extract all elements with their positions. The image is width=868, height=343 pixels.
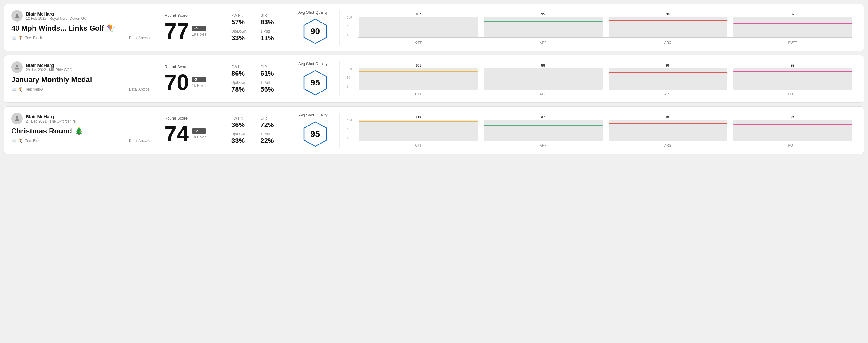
- weather-icon: ☁️: [11, 87, 17, 92]
- tee-info: ☁️ 🏌 Tee: Blue: [11, 138, 40, 143]
- chart-column-ott: 101 OTT: [359, 64, 477, 96]
- person-icon: [14, 115, 20, 122]
- bar-line: [484, 125, 602, 126]
- bar-value-putt: 99: [791, 64, 795, 67]
- weather-icon: ☁️: [11, 36, 17, 40]
- chart-column-app: 86 APP: [484, 64, 602, 96]
- chart-column-putt: 82 PUTT: [733, 12, 852, 44]
- score-row: 70 -2 18 Holes: [164, 71, 216, 93]
- big-score: 77: [164, 20, 189, 42]
- user-info: Blair McHarg 12 Feb 2022 · Royal North D…: [26, 11, 87, 21]
- card-left-section: Blair McHarg 29 Jan 2022 · Mill Ride GCC…: [11, 61, 157, 96]
- bar-wrapper: [609, 68, 727, 90]
- up-down-stat: Up/Down 33%: [231, 29, 254, 42]
- chart-column-arg: 96 ARG: [609, 64, 727, 96]
- fw-hit-stat: FW Hit 57%: [231, 13, 254, 26]
- chart-column-app: 95 APP: [484, 12, 602, 44]
- bar-label: PUTT: [788, 92, 797, 96]
- gir-stat: GIR 61%: [260, 65, 284, 77]
- y-bottom: 0: [347, 136, 352, 140]
- bar-bg: [484, 68, 602, 90]
- y-top: 100: [347, 16, 352, 19]
- bar-line: [733, 23, 852, 24]
- y-axis-labels: 100 50 0: [347, 119, 352, 140]
- stats-grid: FW Hit 57% GIR 83% Up/Down 33% 1 Putt 11…: [231, 13, 283, 42]
- person-icon: [14, 12, 20, 19]
- y-bottom: 0: [347, 34, 352, 37]
- bar-chart: 101 OTT 86 APP 96: [359, 62, 852, 96]
- bar-value-arg: 95: [666, 115, 670, 119]
- svg-point-0: [16, 14, 18, 16]
- tee-info: ☁️ 🏌 Tee: Yellow: [11, 87, 43, 92]
- bar-label: APP: [540, 41, 546, 44]
- round-score-label: Round Score: [164, 13, 216, 18]
- bar-bg: [484, 120, 602, 141]
- gir-label: GIR: [260, 116, 284, 120]
- score-details: +2 18 Holes: [192, 128, 206, 139]
- y-mid: 50: [347, 76, 352, 80]
- bar-line: [733, 71, 852, 72]
- bar-line: [359, 71, 477, 72]
- baseline: [358, 140, 852, 141]
- gir-value: 61%: [260, 70, 284, 77]
- one-putt-value: 56%: [260, 86, 284, 93]
- fw-hit-label: FW Hit: [231, 65, 254, 69]
- bar-wrapper: [359, 120, 477, 141]
- bar-line: [484, 21, 602, 22]
- bar-value-arg: 98: [666, 12, 670, 16]
- chart-wrapper: 100 50 0 110 OTT 87 APP: [347, 114, 852, 147]
- bar-label: OTT: [415, 144, 422, 147]
- chart-section: 100 50 0 107 OTT 95 APP: [340, 10, 857, 45]
- up-down-label: Up/Down: [231, 29, 254, 33]
- chart-wrapper: 100 50 0 101 OTT 86 APP: [347, 62, 852, 96]
- bag-icon: 🏌: [18, 87, 23, 92]
- bar-line: [484, 73, 602, 74]
- round-score-label: Round Score: [164, 116, 216, 120]
- hexagon-container: 95: [302, 120, 329, 148]
- data-source: Data: Arccos: [129, 139, 150, 143]
- gir-stat: GIR 83%: [260, 13, 284, 26]
- fw-hit-value: 57%: [231, 18, 254, 26]
- tee-label: Tee: Black: [25, 36, 42, 40]
- svg-point-2: [16, 65, 18, 67]
- hexagon-container: 95: [302, 69, 329, 96]
- stats-grid: FW Hit 36% GIR 72% Up/Down 33% 1 Putt 22…: [231, 116, 283, 145]
- bar-bg: [733, 17, 852, 38]
- quality-score: 95: [310, 78, 320, 88]
- one-putt-stat: 1 Putt 56%: [260, 81, 284, 93]
- card-left-section: Blair McHarg 27 Dec 2021 · The Oxfordshi…: [11, 113, 157, 148]
- bar-label: ARG: [664, 144, 672, 147]
- hexagon: 95: [302, 120, 329, 148]
- bar-wrapper: [359, 68, 477, 90]
- weather-icon: ☁️: [11, 138, 17, 143]
- holes-label: 18 Holes: [192, 84, 206, 88]
- chart-column-ott: 110 OTT: [359, 115, 477, 147]
- svg-point-4: [16, 117, 18, 119]
- bar-value-ott: 110: [415, 115, 421, 119]
- score-diff-badge: -2: [192, 77, 206, 83]
- score-details: +5 18 Holes: [192, 26, 206, 36]
- one-putt-stat: 1 Putt 22%: [260, 132, 284, 145]
- avatar: [11, 61, 23, 73]
- score-diff-badge: +2: [192, 128, 206, 134]
- score-diff-badge: +5: [192, 26, 206, 31]
- round-title: Christmas Round 🎄: [11, 127, 150, 135]
- user-name: Blair McHarg: [26, 63, 72, 68]
- chart-column-app: 87 APP: [484, 115, 602, 147]
- bar-chart: 107 OTT 95 APP 98: [359, 11, 852, 44]
- bar-label: OTT: [415, 92, 422, 96]
- avatar: [11, 10, 23, 22]
- user-meta: 27 Dec 2021 · The Oxfordshire: [26, 119, 76, 123]
- y-mid: 50: [347, 127, 352, 131]
- user-row: Blair McHarg 29 Jan 2022 · Mill Ride GCC: [11, 61, 150, 73]
- bar-wrapper: [609, 17, 727, 38]
- gir-value: 72%: [260, 121, 284, 129]
- user-meta: 29 Jan 2022 · Mill Ride GCC: [26, 68, 72, 72]
- score-row: 77 +5 18 Holes: [164, 20, 216, 42]
- stats-section: FW Hit 86% GIR 61% Up/Down 78% 1 Putt 56…: [224, 61, 291, 96]
- score-row: 74 +2 18 Holes: [164, 123, 216, 145]
- gir-label: GIR: [260, 13, 284, 18]
- bar-label: APP: [540, 92, 546, 96]
- chart-section: 100 50 0 110 OTT 87 APP: [340, 113, 857, 148]
- chart-wrapper: 100 50 0 107 OTT 95 APP: [347, 11, 852, 44]
